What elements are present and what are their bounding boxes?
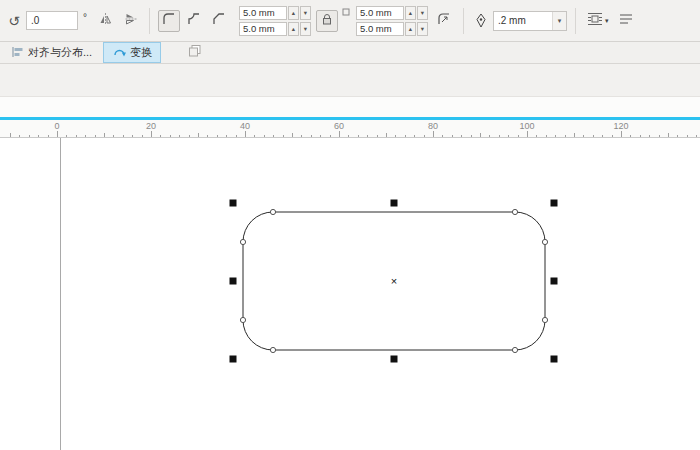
corner-radius-top-left-input[interactable]: 5.0 mm (239, 6, 287, 20)
corner-radius-bottom-left-input[interactable]: 5.0 mm (239, 22, 287, 36)
ruler-tick (433, 131, 434, 137)
scalloped-corner-button[interactable] (183, 10, 205, 32)
ruler-label: 120 (613, 121, 628, 131)
spin-down-icon[interactable]: ▾ (300, 6, 311, 20)
relative-corner-icon (436, 11, 452, 30)
outline-width-select[interactable]: .2 mm ▾ (493, 11, 567, 31)
mirror-horizontal-button[interactable] (94, 10, 116, 32)
horizontal-ruler[interactable]: 020406080100120 (0, 120, 700, 138)
spin-up-icon[interactable]: ▴ (288, 6, 299, 20)
ruler-tick (113, 135, 114, 138)
selection-handle[interactable] (230, 200, 237, 207)
ruler-tick (649, 135, 650, 138)
selection-handle[interactable] (391, 356, 398, 363)
ruler-tick (85, 135, 86, 138)
ruler-tick (123, 135, 124, 138)
ruler-tick (292, 133, 293, 137)
spin-down-icon[interactable]: ▾ (300, 22, 311, 36)
corner-radius-right-group: 5.0 mm ▴ ▾ 5.0 mm ▴ ▾ (356, 6, 428, 36)
corner-node[interactable] (270, 209, 275, 214)
corner-node[interactable] (512, 209, 517, 214)
corner-diagram-icon (342, 8, 350, 34)
ruler-tick (236, 135, 237, 138)
corner-radius-top-right-input[interactable]: 5.0 mm (356, 6, 404, 20)
ruler-tick (264, 135, 265, 138)
app-window: ↺ .0 ° (0, 0, 700, 450)
selection-handle[interactable] (391, 200, 398, 207)
ruler-tick (602, 135, 603, 138)
tab-transform[interactable]: 变换 (103, 42, 161, 63)
transform-icon (112, 46, 126, 60)
ruler-tick (29, 135, 30, 138)
ruler-tick (536, 135, 537, 138)
ruler-tick (207, 135, 208, 138)
document-window-strip (0, 97, 700, 117)
corner-node[interactable] (270, 347, 275, 352)
ruler-tick (621, 131, 622, 137)
ruler-tick (339, 131, 340, 137)
duplicate-icon (188, 44, 202, 61)
edit-corners-together-button[interactable] (316, 10, 338, 32)
tab-align-distribute[interactable]: 对齐与分布... (2, 42, 101, 63)
wrap-text-button[interactable]: ▾ (584, 10, 612, 32)
selection-handle[interactable] (551, 278, 558, 285)
quick-customize-button[interactable] (615, 10, 637, 32)
spin-up-icon[interactable]: ▴ (405, 6, 416, 20)
toolbar-separator (149, 8, 150, 34)
corner-node[interactable] (240, 317, 245, 322)
align-distribute-icon (11, 46, 24, 60)
ruler-label: 0 (54, 121, 59, 131)
selection-handle[interactable] (230, 278, 237, 285)
corner-radius-row: 5.0 mm ▴ ▾ (356, 22, 428, 36)
corner-node[interactable] (240, 239, 245, 244)
ruler-tick (640, 135, 641, 138)
ruler-tick (273, 135, 274, 138)
round-corner-icon (161, 11, 177, 30)
ruler-tick (311, 135, 312, 138)
ruler-tick (612, 135, 613, 138)
rotation-angle-input[interactable]: .0 (26, 11, 78, 30)
ruler-tick (377, 135, 378, 138)
corner-node[interactable] (542, 317, 547, 322)
mirror-vertical-button[interactable] (119, 10, 141, 32)
round-corner-button[interactable] (158, 10, 180, 32)
drawing-canvas[interactable]: × (0, 138, 700, 450)
outline-width-icon (472, 10, 490, 32)
duplicate-button[interactable] (183, 42, 207, 63)
spin-down-icon[interactable]: ▾ (417, 6, 428, 20)
spin-down-icon[interactable]: ▾ (417, 22, 428, 36)
center-marker[interactable]: × (391, 275, 397, 287)
ruler-tick (565, 135, 566, 138)
tab-transform-label: 变换 (130, 45, 152, 60)
corner-radius-bottom-right-input[interactable]: 5.0 mm (356, 22, 404, 36)
property-bar: ↺ .0 ° (0, 0, 700, 42)
ruler-tick (160, 135, 161, 138)
mirror-horizontal-icon (98, 12, 113, 29)
ruler-tick (414, 135, 415, 138)
corner-node[interactable] (542, 239, 547, 244)
relative-corner-scaling-button[interactable] (433, 10, 455, 32)
spin-up-icon[interactable]: ▴ (288, 22, 299, 36)
toolbar-separator (575, 8, 576, 34)
rotation-angle-icon: ↺ (5, 10, 23, 32)
corner-radius-left-group: 5.0 mm ▴ ▾ 5.0 mm ▴ ▾ (239, 6, 311, 36)
chamfered-corner-button[interactable] (208, 10, 230, 32)
ruler-tick (358, 135, 359, 138)
corner-radius-row: 5.0 mm ▴ ▾ (356, 6, 428, 20)
ruler-tick (95, 135, 96, 138)
corner-node[interactable] (512, 347, 517, 352)
spin-up-icon[interactable]: ▴ (405, 22, 416, 36)
ruler-tick (198, 133, 199, 137)
ruler-tick (179, 135, 180, 138)
ruler-tick (461, 135, 462, 138)
ruler-tick (499, 135, 500, 138)
ruler-tick (132, 135, 133, 138)
ruler-label: 80 (428, 121, 438, 131)
selection-handle[interactable] (551, 200, 558, 207)
selection-handle[interactable] (551, 356, 558, 363)
selection-handle[interactable] (230, 356, 237, 363)
ruler-tick (104, 133, 105, 137)
ruler-tick (659, 135, 660, 138)
ruler-tick (283, 135, 284, 138)
lock-icon (321, 13, 333, 29)
